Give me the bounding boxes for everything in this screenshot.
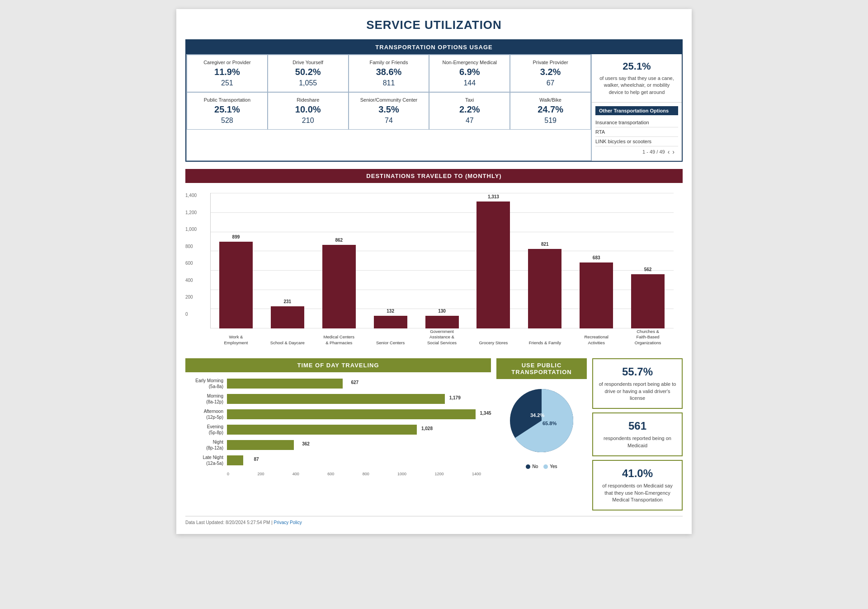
dest-bar: 862 [322, 245, 356, 328]
legend-no: No [526, 464, 538, 469]
stat-box-3: 41.0% of respondents on Medicaid say tha… [592, 460, 683, 511]
tod-bar: 87 [227, 455, 243, 465]
dest-bar: 562 [631, 274, 665, 328]
dest-bar-group: 821Friends & Family [519, 193, 571, 328]
dest-bar-group: 683RecreationalActivities [571, 193, 622, 328]
tod-row: Evening(5p-8p)1,028 [191, 424, 486, 436]
privacy-link[interactable]: Privacy Policy [274, 520, 302, 525]
aside-pct: 25.1% [597, 61, 676, 72]
transport-card: Non-Emergency Medical6.9%144 [429, 55, 510, 92]
dest-bar: 231 [271, 306, 304, 329]
stat-box-1: 55.7% of respondents report being able t… [592, 358, 683, 409]
tod-row: Morning(8a-12p)1,179 [191, 393, 486, 405]
stat-box-2: 561 respondents reported being on Medica… [592, 412, 683, 456]
aside-stat: 25.1% of users say that they use a cane,… [592, 54, 682, 103]
transport-card: Senior/Community Center3.5%74 [349, 92, 429, 130]
tod-bar: 627 [227, 379, 343, 389]
pt-header: USE PUBLIC TRANSPORTATION [496, 358, 587, 379]
dest-bar-group: 1,313Grocery Stores [467, 193, 519, 328]
time-of-day: TIME OF DAY TRAVELING Early Morning(5a-8… [185, 358, 491, 511]
transport-header: TRANSPORTATION OPTIONS USAGE [186, 40, 682, 54]
dest-bar-group: 562Churches &Faith-BasedOrganizations [622, 193, 674, 328]
pie-container: 34.2% 65.8% [496, 379, 587, 462]
transport-card: Rideshare10.0%210 [268, 92, 349, 130]
dest-bar-group: 231School & Daycare [262, 193, 313, 328]
dest-bar-group: 132Senior Centers [365, 193, 416, 328]
destinations-header: DESTINATIONS TRAVELED TO (MONTHLY) [185, 169, 683, 183]
pie-legend: No Yes [496, 462, 587, 471]
transport-aside: 25.1% of users say that they use a cane,… [591, 54, 682, 161]
transport-card: Drive Yourself50.2%1,055 [268, 55, 349, 92]
transport-row-2: Public Transportation25.1%528Rideshare10… [187, 92, 591, 130]
tod-row: Early Morning(5a-8a)627 [191, 378, 486, 389]
dest-bar-group: 899Work &Employment [210, 193, 262, 328]
stat2-desc: respondents reported being on Medicaid [598, 435, 677, 449]
legend-yes: Yes [543, 464, 557, 469]
pagination: 1 - 49 / 49 ‹ › [595, 146, 678, 157]
tod-bar: 1,179 [227, 394, 445, 404]
transport-row-1: Caregiver or Provider11.9%251Drive Yours… [187, 55, 591, 92]
public-transport: USE PUBLIC TRANSPORTATION 34.2% 65.8% No… [496, 358, 587, 511]
dest-bar: 130 [425, 316, 459, 328]
transport-section: TRANSPORTATION OPTIONS USAGE Caregiver o… [185, 39, 683, 162]
prev-button[interactable]: ‹ [668, 148, 670, 155]
transport-card: Private Provider3.2%67 [510, 55, 591, 92]
tod-bar: 362 [227, 440, 294, 450]
stat1-desc: of respondents report being able to driv… [598, 381, 677, 402]
tod-bar: 1,345 [227, 409, 476, 419]
tod-row: Afternoon(12p-5p)1,345 [191, 408, 486, 420]
destinations-section: DESTINATIONS TRAVELED TO (MONTHLY) 1,400… [185, 169, 683, 351]
footer: Data Last Updated: 8/20/2024 5:27:54 PM … [185, 516, 683, 525]
ot-item: LINK bicycles or scooters [595, 137, 678, 146]
tod-header: TIME OF DAY TRAVELING [185, 358, 491, 372]
stat3-desc: of respondents on Medicaid say that they… [598, 483, 677, 503]
other-transport: Other Transportation Options Insurance t… [592, 103, 682, 161]
ot-item: RTA [595, 127, 678, 137]
transport-card: Taxi2.2%47 [429, 92, 510, 130]
tod-chart: Early Morning(5a-8a)627Morning(8a-12p)1,… [185, 372, 491, 482]
tod-row: Late Night(12a-5a)87 [191, 454, 486, 466]
other-transport-header: Other Transportation Options [595, 106, 678, 115]
stat3-big: 41.0% [598, 467, 677, 480]
dest-bar: 132 [374, 316, 407, 328]
dest-bar-group: 130GovernmentAssistance &Social Services [416, 193, 468, 328]
page-title: SERVICE UTILIZATION [185, 18, 683, 32]
tod-row: Night(8p-12a)362 [191, 439, 486, 451]
next-button[interactable]: › [672, 148, 675, 155]
dest-bar: 821 [528, 249, 561, 328]
dest-chart: 1,4001,2001,0008006004002000 899Work &Em… [185, 183, 683, 351]
transport-card: Family or Friends38.6%811 [349, 55, 429, 92]
tod-bar: 1,028 [227, 425, 417, 435]
transport-card: Walk/Bike24.7%519 [510, 92, 591, 130]
dest-bar: 1,313 [476, 201, 510, 328]
svg-text:34.2%: 34.2% [530, 412, 544, 418]
bottom-section: TIME OF DAY TRAVELING Early Morning(5a-8… [185, 358, 683, 511]
ot-item: Insurance transportation [595, 118, 678, 127]
stat1-big: 55.7% [598, 365, 677, 378]
dest-bar: 899 [219, 242, 253, 329]
transport-cards: Caregiver or Provider11.9%251Drive Yours… [186, 54, 591, 161]
aside-desc: of users say that they use a cane, walke… [597, 75, 676, 96]
stat2-big: 561 [598, 420, 677, 432]
transport-card: Caregiver or Provider11.9%251 [187, 55, 268, 92]
dest-bar: 683 [580, 262, 613, 328]
dest-bar-group: 862Medical Centers& Pharmacies [313, 193, 365, 328]
stats-aside: 55.7% of respondents report being able t… [592, 358, 683, 511]
transport-card: Public Transportation25.1%528 [187, 92, 268, 130]
svg-text:65.8%: 65.8% [542, 421, 557, 426]
